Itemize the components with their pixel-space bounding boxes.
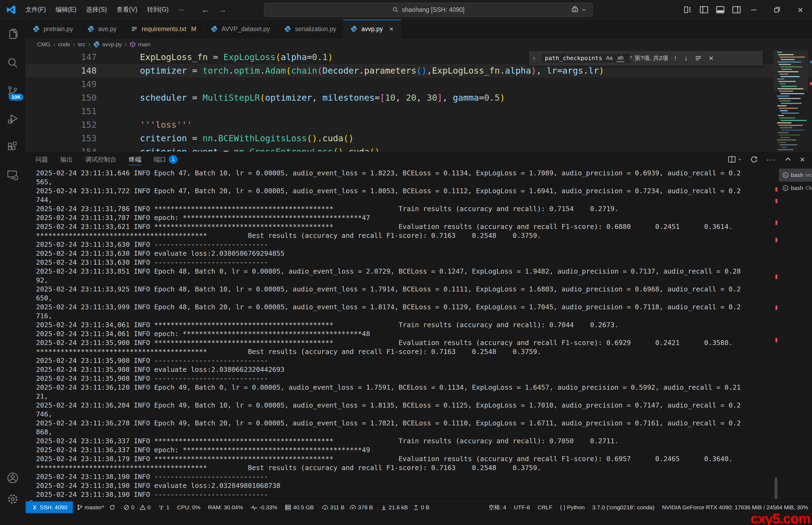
menu-item[interactable]: ··· [174, 4, 190, 15]
nav-forward-icon[interactable]: → [219, 5, 227, 14]
breadcrumb-item[interactable]: src [78, 41, 86, 48]
command-center-search[interactable]: shaohang [SSH: 4090] [264, 3, 593, 17]
code-line[interactable]: 154 criterion_event = nn.CrossEntropyLos… [26, 145, 812, 152]
menu-item[interactable]: 查看(V) [112, 3, 142, 16]
code-line[interactable]: 149 [26, 77, 812, 91]
terminal-list-item-CMG[interactable]: bashCMG [779, 182, 812, 195]
code-line[interactable]: 148 optimizer = torch.optim.Adam(chain(D… [26, 64, 812, 77]
match-case-icon[interactable]: Aa [605, 55, 614, 62]
panel-tab-label: 问题 [35, 155, 48, 164]
menu-item[interactable]: 编辑(E) [50, 3, 81, 16]
code-line[interactable]: 152 '''loss''' [26, 118, 812, 132]
status-remote-host[interactable]: SSH: 4090 [26, 501, 73, 513]
terminal-log-line: 2025-02-24 23:11:33,851 INFO Epoch 48, B… [36, 267, 779, 276]
panel-maximize-icon[interactable] [784, 155, 792, 163]
toggle-panel-icon[interactable] [716, 5, 725, 14]
status-git-branch[interactable]: master* [73, 501, 119, 513]
terminal[interactable]: 2025-02-24 23:11:31,646 INFO Epoch 47, B… [26, 167, 779, 501]
panel-tab-调试控制台[interactable]: 调试控制台 [85, 152, 116, 167]
customize-layout-icon[interactable] [684, 5, 692, 14]
cloud-download-icon [321, 504, 329, 511]
explorer-icon[interactable] [4, 26, 21, 43]
remote-explorer-icon[interactable] [4, 167, 21, 184]
code-line[interactable]: 150 scheduler = MultiStepLR(optimizer, m… [26, 91, 812, 104]
status-problems[interactable]: 00 [119, 501, 154, 513]
tab-requirements.txt[interactable]: requirements.txtM [124, 19, 204, 39]
code-editor[interactable]: 147 ExpLogLoss_fn = ExpLogLoss(alpha=0.1… [26, 50, 812, 152]
terminal-name-label: CMG [806, 185, 812, 191]
tab-pretrain.py[interactable]: pretrain.py [26, 19, 80, 39]
status-disk-usage[interactable]: 40.5 GB [281, 501, 317, 513]
tab-label: ave.py [98, 26, 117, 33]
minimize-icon[interactable]: ─ [742, 0, 765, 19]
find-next-icon[interactable]: ↓ [682, 54, 689, 62]
breadcrumb-separator: › [88, 41, 90, 48]
source-control-icon[interactable]: 10K [4, 82, 21, 100]
find-in-selection-icon[interactable] [693, 55, 704, 62]
terminal-scrollbar[interactable] [775, 477, 777, 499]
code-line[interactable]: 153 criterion = nn.BCEWithLogitsLoss().c… [26, 132, 812, 145]
panel-tab-端口[interactable]: 端口1 [154, 152, 178, 167]
net-down-icon [380, 504, 387, 511]
find-input[interactable]: path_checkpoints Aa ab .* [541, 53, 631, 63]
toggle-secondary-sidebar-icon[interactable] [732, 5, 741, 14]
find-expand-chevron-icon[interactable]: › [530, 54, 538, 62]
close-window-icon[interactable]: × [789, 0, 812, 19]
tab-AVVP_dataset.py[interactable]: AVVP_dataset.py [204, 19, 277, 39]
split-terminal-icon[interactable] [728, 155, 742, 163]
menu-item[interactable]: 转到(G) [142, 3, 173, 16]
account-icon[interactable] [4, 469, 21, 486]
panel-close-icon[interactable]: × [800, 154, 805, 165]
search-icon [392, 6, 399, 13]
regex-icon[interactable]: .* [627, 55, 633, 62]
status-eol[interactable]: CRLF [534, 501, 556, 513]
whole-word-icon[interactable]: ab [616, 54, 625, 62]
tab-serialization.py[interactable]: serialization.py [277, 19, 344, 39]
breadcrumb-item[interactable]: avvp.py [93, 41, 122, 48]
breadcrumb-item[interactable]: main [130, 41, 150, 48]
status-indentation[interactable]: 空格: 4 [485, 501, 510, 513]
status-load-metric[interactable]: -0.33% [247, 501, 281, 513]
code-line[interactable]: 151 [26, 104, 812, 118]
status-cpu-usage[interactable]: CPU: 0% [173, 501, 204, 513]
restore-icon[interactable] [765, 0, 789, 19]
settings-gear-icon[interactable] [4, 490, 21, 508]
panel-tab-问题[interactable]: 问题 [35, 152, 48, 167]
menu-item[interactable]: 选择(S) [81, 3, 112, 16]
panel-tab-输出[interactable]: 输出 [60, 152, 73, 167]
toggle-sidebar-icon[interactable] [700, 5, 709, 14]
copilot-icon [571, 5, 579, 14]
sync-icon [109, 504, 116, 511]
find-close-icon[interactable]: × [707, 54, 716, 63]
status-text: RAM: 30.04% [208, 504, 243, 511]
relaunch-terminal-icon[interactable] [750, 155, 758, 163]
breadcrumb-item[interactable]: code [58, 41, 70, 48]
copilot-menu[interactable] [571, 0, 586, 19]
command-decoration-icon[interactable] [28, 500, 34, 501]
breadcrumb[interactable]: CMG›code›src›avvp.py›main [26, 39, 812, 50]
terminal-list-item-src[interactable]: bashsrc [779, 169, 812, 182]
status-language-mode[interactable]: { }Python [556, 501, 588, 513]
status-encoding[interactable]: UTF-8 [510, 501, 534, 513]
status-forwarded-ports[interactable]: 1 [154, 501, 173, 513]
extensions-icon[interactable] [4, 138, 21, 156]
find-previous-icon[interactable]: ↑ [672, 54, 679, 62]
tab-avvp.py[interactable]: avvp.py× [344, 19, 401, 39]
terminal-log-line: 2025-02-24 23:11:33,999 INFO Epoch 48, B… [36, 302, 779, 312]
panel-more-actions-icon[interactable]: ··· [766, 155, 776, 164]
nav-back-icon[interactable]: ← [201, 5, 210, 14]
status-ram-usage[interactable]: RAM: 30.04% [204, 501, 247, 513]
tab-close-icon[interactable]: × [390, 25, 393, 33]
breadcrumb-item[interactable]: CMG [37, 41, 50, 48]
panel-tab-终端[interactable]: 终端 [129, 152, 141, 167]
run-debug-icon[interactable] [4, 110, 21, 128]
find-query-text[interactable]: path_checkpoints [545, 55, 602, 61]
status-cloud-traffic[interactable]: 311 B378 B [318, 501, 377, 513]
tab-ave.py[interactable]: ave.py [80, 19, 124, 39]
status-net-traffic[interactable]: 21.6 kB0 B [377, 501, 433, 513]
minimap[interactable] [773, 50, 808, 152]
menu-item[interactable]: 文件(F) [20, 3, 50, 16]
search-sidebar-icon[interactable] [4, 54, 21, 72]
status-python-interpreter[interactable]: 3.7.0 ('cmg0218': conda) [588, 501, 658, 513]
terminal-prompt[interactable]: (cmg0218) trimps@trimps-System-Product-N… [36, 499, 779, 501]
